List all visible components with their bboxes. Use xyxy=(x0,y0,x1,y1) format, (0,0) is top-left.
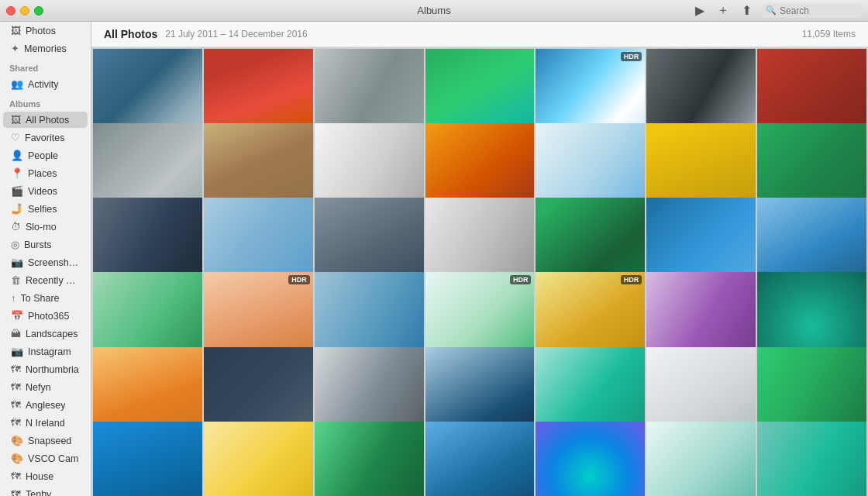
snapseed-icon: 🎨 xyxy=(11,435,23,446)
selfies-icon: 🤳 xyxy=(11,203,23,215)
sidebar-item-memories[interactable]: ✦ Memories xyxy=(3,40,88,57)
sidebar-item-activity[interactable]: 👥 Activity xyxy=(3,76,88,92)
recently-deleted-icon: 🗑 xyxy=(11,274,21,286)
search-box[interactable]: 🔍 xyxy=(761,4,862,18)
header-left: All Photos 21 July 2011 – 14 December 20… xyxy=(104,28,308,40)
bursts-icon: ◎ xyxy=(11,239,19,250)
shared-section-header: Shared xyxy=(0,57,91,75)
item-count: 11,059 Items xyxy=(802,29,856,40)
sidebar-item-recently-deleted[interactable]: 🗑 Recently Del... xyxy=(3,272,88,288)
sidebar-item-people[interactable]: 👤 People xyxy=(3,147,88,164)
slo-mo-icon: ⏱ xyxy=(11,221,21,232)
photo-cell-42[interactable] xyxy=(757,422,866,496)
add-button[interactable]: ＋ xyxy=(714,1,732,20)
search-input[interactable] xyxy=(780,5,857,16)
favorites-icon: ♡ xyxy=(11,132,20,143)
photo365-icon: 📅 xyxy=(11,310,23,322)
to-share-icon: ↑ xyxy=(11,292,16,304)
window-controls xyxy=(6,6,43,16)
sidebar-item-screenshots[interactable]: 📷 Screenshots xyxy=(3,254,88,270)
sidebar-item-selfies[interactable]: 🤳 Selfies xyxy=(3,201,88,217)
photo-cell-38[interactable] xyxy=(315,422,424,496)
albums-section-header: Albums xyxy=(0,93,91,111)
all-photos-icon: 🖼 xyxy=(11,114,21,126)
sidebar-item-bursts[interactable]: ◎ Bursts xyxy=(3,236,88,253)
hdr-badge: HDR xyxy=(621,52,642,61)
vsco-cam-icon: 🎨 xyxy=(11,453,23,464)
memories-icon: ✦ xyxy=(11,43,19,54)
photo-cell-37[interactable] xyxy=(204,422,313,496)
date-range: 21 July 2011 – 14 December 2016 xyxy=(165,29,307,40)
photo-grid: HDRHDRHDRHDR xyxy=(91,47,868,496)
sidebar: 🖼 Photos ✦ Memories Shared 👥 Activity Al… xyxy=(0,22,91,496)
titlebar-actions: ▶ ＋ ⬆ 🔍 xyxy=(692,1,862,20)
share-button[interactable]: ⬆ xyxy=(739,2,755,19)
nefyn-icon: 🗺 xyxy=(11,381,21,393)
photos-icon: 🖼 xyxy=(11,25,21,36)
sidebar-item-places[interactable]: 📍 Places xyxy=(3,165,88,181)
main-content: All Photos 21 July 2011 – 14 December 20… xyxy=(91,22,868,496)
landscapes-icon: 🏔 xyxy=(11,328,21,339)
photo-cell-41[interactable] xyxy=(646,422,756,496)
hdr-badge: HDR xyxy=(510,275,532,284)
house-icon: 🗺 xyxy=(11,470,21,482)
northumbria-icon: 🗺 xyxy=(11,363,21,375)
sidebar-item-all-photos[interactable]: 🖼 All Photos xyxy=(3,112,88,128)
instagram-icon: 📷 xyxy=(11,346,23,357)
minimize-button[interactable] xyxy=(20,6,29,16)
sidebar-item-house[interactable]: 🗺 House xyxy=(3,468,88,484)
sidebar-item-instagram[interactable]: 📷 Instagram xyxy=(3,343,88,360)
anglesey-icon: 🗺 xyxy=(11,399,21,411)
window-title: Albums xyxy=(417,5,450,16)
sidebar-item-landscapes[interactable]: 🏔 Landscapes xyxy=(3,326,88,342)
tenby-icon: 🗺 xyxy=(11,488,21,496)
sidebar-item-n-ireland[interactable]: 🗺 N Ireland xyxy=(3,415,88,431)
sidebar-item-videos[interactable]: 🎬 Videos xyxy=(3,183,88,199)
sidebar-item-nefyn[interactable]: 🗺 Nefyn xyxy=(3,379,88,395)
n-ireland-icon: 🗺 xyxy=(11,417,21,429)
sidebar-item-to-share[interactable]: ↑ To Share xyxy=(3,290,88,306)
sidebar-item-tenby[interactable]: 🗺 Tenby xyxy=(3,486,88,496)
sidebar-item-vsco-cam[interactable]: 🎨 VSCO Cam xyxy=(3,450,88,467)
sidebar-item-snapseed[interactable]: 🎨 Snapseed xyxy=(3,432,88,449)
content-header: All Photos 21 July 2011 – 14 December 20… xyxy=(91,22,868,47)
sidebar-item-northumbria[interactable]: 🗺 Northumbria xyxy=(3,361,88,377)
sidebar-item-photos[interactable]: 🖼 Photos xyxy=(3,22,88,39)
photo-cell-39[interactable] xyxy=(425,422,535,496)
search-icon: 🔍 xyxy=(766,5,777,16)
sidebar-item-anglesey[interactable]: 🗺 Anglesey xyxy=(3,397,88,413)
sidebar-item-photo365[interactable]: 📅 Photo365 xyxy=(3,308,88,324)
places-icon: 📍 xyxy=(11,167,23,179)
maximize-button[interactable] xyxy=(34,6,43,16)
page-title: All Photos xyxy=(104,28,157,40)
activity-icon: 👥 xyxy=(11,78,23,90)
app-body: 🖼 Photos ✦ Memories Shared 👥 Activity Al… xyxy=(0,22,868,496)
photo-cell-40[interactable] xyxy=(536,422,645,496)
screenshots-icon: 📷 xyxy=(11,257,23,268)
sidebar-item-favorites[interactable]: ♡ Favorites xyxy=(3,129,88,146)
hdr-badge: HDR xyxy=(621,275,642,284)
people-icon: 👤 xyxy=(11,150,23,161)
hdr-badge: HDR xyxy=(288,275,310,284)
sidebar-item-slo-mo[interactable]: ⏱ Slo-mo xyxy=(3,219,88,235)
play-button[interactable]: ▶ xyxy=(692,2,708,19)
titlebar: Albums ▶ ＋ ⬆ 🔍 xyxy=(0,0,868,22)
photo-cell-36[interactable] xyxy=(93,422,202,496)
videos-icon: 🎬 xyxy=(11,185,23,197)
close-button[interactable] xyxy=(6,6,16,16)
